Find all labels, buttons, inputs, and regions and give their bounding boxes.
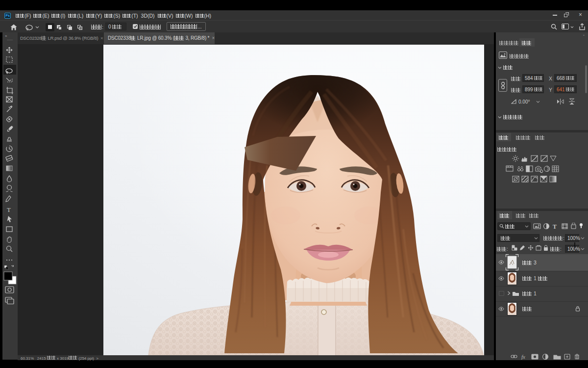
svg-text:T: T — [7, 206, 11, 213]
svg-text:T: T — [553, 223, 557, 230]
svg-text:fx: fx — [521, 354, 525, 360]
svg-text:»: » — [5, 34, 7, 38]
